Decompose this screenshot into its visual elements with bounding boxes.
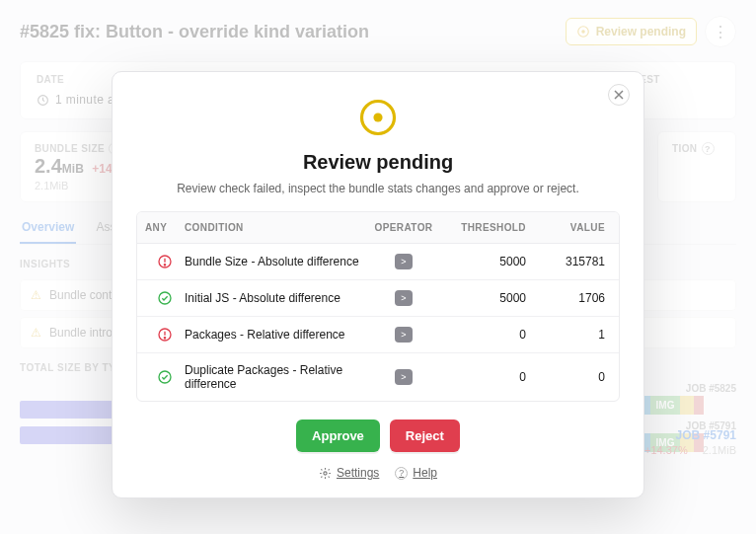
condition-name: Bundle Size - Absolute difference [185,255,364,268]
settings-link[interactable]: Settings [319,466,379,480]
operator-cell: > [364,369,443,385]
condition-name: Packages - Relative difference [185,328,364,342]
reject-button[interactable]: Reject [390,420,460,452]
pass-icon [145,369,185,385]
value-cell: 315781 [532,255,611,268]
pending-icon [136,96,620,139]
operator-badge: > [395,369,413,385]
help-link[interactable]: ? Help [395,466,437,480]
condition-row: Bundle Size - Absolute difference>500031… [137,244,619,279]
fail-icon [145,254,185,269]
svg-point-11 [324,471,327,474]
fail-icon [145,327,185,343]
pass-icon [145,290,185,306]
close-icon [614,90,624,100]
help-icon: ? [395,467,408,480]
condition-row: Duplicate Packages - Relative difference… [137,352,619,401]
condition-name: Duplicate Packages - Relative difference [185,363,364,391]
value-cell: 1 [532,328,611,342]
operator-cell: > [364,254,443,269]
operator-badge: > [395,327,413,343]
value-cell: 1706 [532,291,611,305]
svg-point-10 [159,371,171,383]
svg-point-6 [164,265,165,266]
operator-cell: > [364,290,443,306]
threshold-cell: 5000 [443,291,532,305]
condition-name: Initial JS - Absolute difference [185,291,364,305]
operator-badge: > [395,254,413,269]
operator-badge: > [395,290,413,306]
svg-point-7 [159,292,171,304]
conditions-table: ANY CONDITION OPERATOR THRESHOLD VALUE B… [136,211,620,402]
threshold-cell: 5000 [443,255,532,268]
modal-subtitle: Review check failed, inspect the bundle … [136,182,620,195]
gear-icon [319,467,332,480]
modal-title: Review pending [136,151,620,174]
close-button[interactable] [608,84,630,106]
threshold-cell: 0 [443,370,532,384]
condition-row: Packages - Relative difference>01 [137,316,619,352]
value-cell: 0 [532,370,611,384]
condition-row: Initial JS - Absolute difference>5000170… [137,279,619,316]
svg-point-4 [373,113,382,121]
review-modal: Review pending Review check failed, insp… [112,71,644,498]
approve-button[interactable]: Approve [296,420,380,452]
threshold-cell: 0 [443,328,532,342]
operator-cell: > [364,327,443,343]
svg-point-9 [164,338,165,339]
